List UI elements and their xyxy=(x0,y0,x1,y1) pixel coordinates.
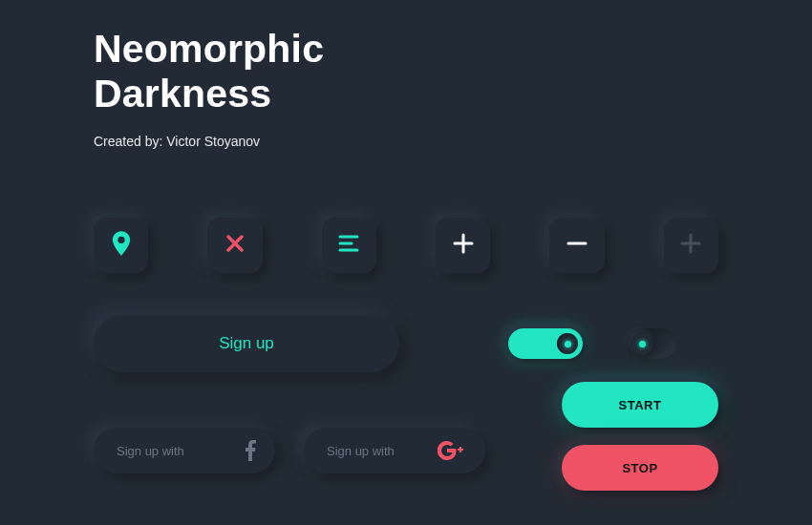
location-button[interactable] xyxy=(94,218,148,273)
minus-icon xyxy=(566,233,588,258)
menu-icon xyxy=(338,235,359,256)
start-button[interactable]: START xyxy=(562,382,718,428)
plus-button[interactable] xyxy=(436,218,490,273)
menu-button[interactable] xyxy=(322,218,376,273)
title-line-2: Darkness xyxy=(94,72,271,116)
page-title: Neomorphic Darkness xyxy=(94,27,718,116)
icon-button-row xyxy=(94,218,718,273)
signup-google-button[interactable]: Sign up with xyxy=(304,428,485,473)
toggle-off-knob xyxy=(630,332,653,355)
signup-label: Sign up xyxy=(219,334,274,353)
toggle-on[interactable] xyxy=(508,328,583,359)
plus-icon xyxy=(453,233,474,258)
close-button[interactable] xyxy=(207,218,262,273)
toggle-off[interactable] xyxy=(627,328,676,359)
start-label: START xyxy=(619,398,662,412)
facebook-icon xyxy=(245,440,256,461)
stop-button[interactable]: STOP xyxy=(562,445,718,491)
toggle-on-knob xyxy=(557,333,578,354)
social-label: Sign up with xyxy=(117,444,184,458)
signup-button[interactable]: Sign up xyxy=(94,315,399,372)
stop-label: STOP xyxy=(622,461,657,475)
byline: Created by: Victor Stoyanov xyxy=(94,134,718,149)
location-pin-icon xyxy=(111,231,132,260)
signup-facebook-button[interactable]: Sign up with xyxy=(94,428,275,473)
google-plus-icon xyxy=(438,441,466,460)
social-label: Sign up with xyxy=(327,444,395,458)
close-icon xyxy=(225,234,245,257)
minus-button[interactable] xyxy=(549,218,604,273)
title-line-1: Neomorphic xyxy=(94,27,324,71)
plus-muted-icon xyxy=(680,233,701,258)
plus-muted-button[interactable] xyxy=(664,218,718,273)
